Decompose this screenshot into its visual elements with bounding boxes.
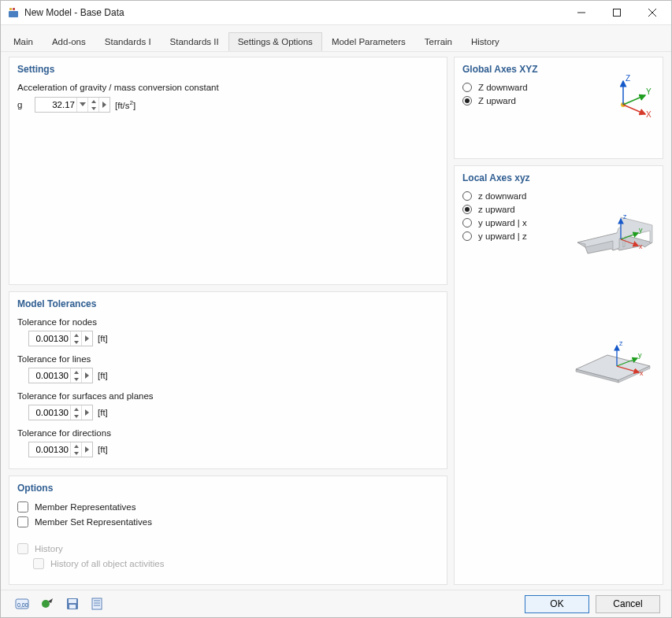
svg-rect-0 <box>9 11 18 17</box>
svg-rect-31 <box>69 605 76 609</box>
y-upward-z-label: y upward | z <box>478 231 527 241</box>
z-downward-local-row[interactable]: z downward <box>462 191 655 201</box>
spinner-down[interactable] <box>88 105 98 112</box>
gravity-label: Acceleration of gravity / mass conversio… <box>17 83 439 92</box>
options-header: Options <box>17 483 439 494</box>
member-rep-checkbox[interactable] <box>17 501 28 513</box>
gravity-step-icon[interactable] <box>98 98 110 112</box>
spinner-up[interactable] <box>88 98 98 105</box>
save-icon[interactable] <box>62 594 83 614</box>
z-upward-label: Z upward <box>478 96 516 105</box>
g-symbol: g <box>17 100 30 109</box>
member-rep-checkbox-row[interactable]: Member Representatives <box>17 501 439 513</box>
svg-text:0,00: 0,00 <box>17 602 28 608</box>
tol-directions-spinner[interactable] <box>70 442 81 457</box>
svg-point-28 <box>42 600 50 608</box>
titlebar: New Model - Base Data <box>1 1 671 25</box>
tol-lines-input[interactable] <box>28 368 93 383</box>
tol-surfaces-step[interactable] <box>81 405 92 420</box>
import-icon[interactable] <box>37 594 58 614</box>
maximize-button[interactable] <box>599 1 634 24</box>
tol-lines-spinner[interactable] <box>70 368 81 383</box>
ok-button[interactable]: OK <box>525 595 589 613</box>
settings-panel: Settings Acceleration of gravity / mass … <box>9 57 447 285</box>
tol-nodes-input[interactable] <box>28 331 93 346</box>
z-downward-local-label: z downward <box>478 191 526 201</box>
units-icon[interactable]: 0,00 <box>12 594 32 614</box>
svg-rect-2 <box>13 8 15 10</box>
tab-main[interactable]: Main <box>4 32 43 51</box>
tol-surfaces-input[interactable] <box>28 405 93 420</box>
tol-nodes-label: Tolerance for nodes <box>17 317 439 327</box>
tab-addons[interactable]: Add-ons <box>43 32 95 51</box>
minimize-button[interactable] <box>563 1 599 24</box>
tabs-row: Main Add-ons Standards I Standards II Se… <box>1 32 671 52</box>
global-axes-panel: Global Axes XYZ Z downward Z upward Z <box>454 57 663 159</box>
bottom-bar: 0,00 OK Cancel <box>1 590 671 617</box>
svg-text:Z: Z <box>626 74 630 83</box>
y-upward-z-radio[interactable] <box>462 231 472 241</box>
member-rep-label: Member Representatives <box>35 502 136 512</box>
z-downward-local-radio[interactable] <box>462 191 472 201</box>
tol-nodes-spinner[interactable] <box>70 331 81 346</box>
tol-lines-unit: [ft] <box>98 371 108 380</box>
svg-line-10 <box>623 95 645 105</box>
svg-text:y: y <box>638 351 642 359</box>
tab-standards2[interactable]: Standards II <box>161 32 228 51</box>
list-icon[interactable] <box>87 594 108 614</box>
local-axes-panel: Local Axes xyz z downward z upward y upw… <box>454 165 663 585</box>
settings-header: Settings <box>17 64 439 75</box>
local-axes-beam-diagram: z y x <box>574 209 656 265</box>
tab-terrain[interactable]: Terrain <box>415 32 462 51</box>
tol-lines-value[interactable] <box>29 370 70 381</box>
z-upward-local-radio[interactable] <box>462 205 472 214</box>
svg-text:z: z <box>619 339 623 347</box>
z-upward-local-label: z upward <box>478 205 515 214</box>
history-all-checkbox <box>33 558 44 569</box>
svg-rect-4 <box>613 9 620 17</box>
tol-surfaces-spinner[interactable] <box>70 405 81 420</box>
tol-nodes-unit: [ft] <box>98 334 108 343</box>
tol-directions-input[interactable] <box>28 442 93 457</box>
member-set-rep-checkbox[interactable] <box>17 516 28 527</box>
z-upward-radio[interactable] <box>462 96 472 105</box>
tab-model-parameters[interactable]: Model Parameters <box>322 32 415 51</box>
window-title: New Model - Base Data <box>24 7 563 18</box>
y-upward-x-label: y upward | x <box>478 218 527 228</box>
gravity-value[interactable] <box>35 99 76 110</box>
tol-surfaces-unit: [ft] <box>98 408 108 417</box>
global-axes-diagram: Z Y X <box>607 73 655 120</box>
tol-nodes-step[interactable] <box>81 331 92 346</box>
history-checkbox-row: History <box>17 543 439 554</box>
svg-rect-30 <box>69 599 76 603</box>
app-icon <box>7 6 20 19</box>
gravity-input[interactable] <box>35 97 110 113</box>
tol-nodes-value[interactable] <box>29 333 70 344</box>
tab-history[interactable]: History <box>462 32 509 51</box>
options-panel: Options Member Representatives Member Se… <box>9 476 447 585</box>
svg-text:X: X <box>646 110 652 119</box>
history-all-checkbox-row: History of all object activities <box>33 558 439 569</box>
gravity-dropdown-icon[interactable] <box>76 98 87 112</box>
z-downward-radio[interactable] <box>462 83 472 92</box>
close-button[interactable] <box>634 1 670 24</box>
cancel-button[interactable]: Cancel <box>596 595 660 613</box>
tol-surfaces-label: Tolerance for surfaces and planes <box>17 391 439 401</box>
y-upward-x-radio[interactable] <box>462 218 472 228</box>
tol-directions-value[interactable] <box>29 444 70 455</box>
tolerances-header: Model Tolerances <box>17 298 439 309</box>
member-set-rep-checkbox-row[interactable]: Member Set Representatives <box>17 516 439 527</box>
tol-directions-step[interactable] <box>81 442 92 457</box>
tab-settings-options[interactable]: Settings & Options <box>228 32 322 51</box>
svg-text:x: x <box>640 369 644 377</box>
gravity-spinner[interactable] <box>87 98 98 112</box>
svg-rect-32 <box>92 598 102 609</box>
tab-standards1[interactable]: Standards I <box>95 32 161 51</box>
tol-directions-label: Tolerance for directions <box>17 428 439 438</box>
tol-lines-step[interactable] <box>81 368 92 383</box>
svg-rect-1 <box>9 8 12 10</box>
local-axes-plate-diagram: z y x <box>570 339 656 387</box>
tol-surfaces-value[interactable] <box>29 407 70 418</box>
z-downward-label: Z downward <box>478 83 528 92</box>
svg-text:z: z <box>623 213 627 220</box>
